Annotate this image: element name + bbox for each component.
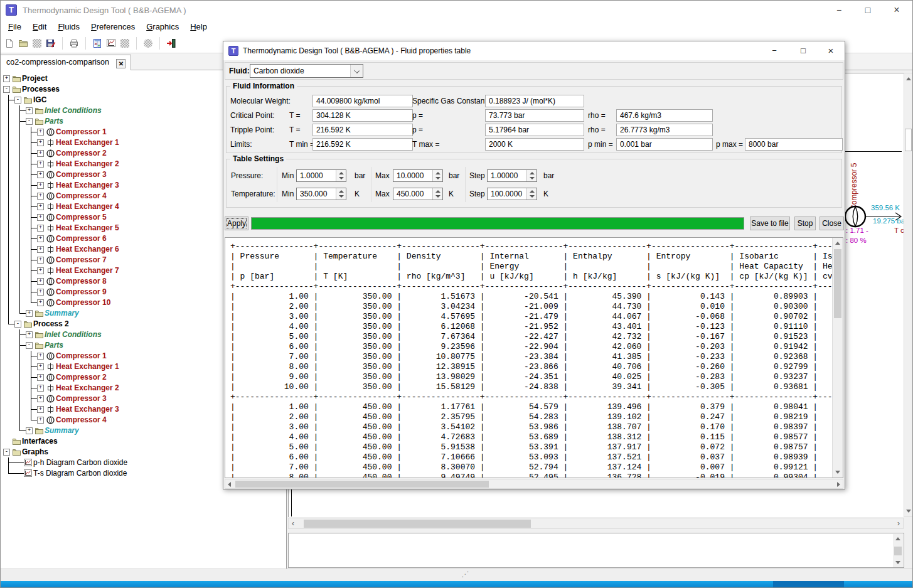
scroll-down-icon[interactable]	[895, 561, 900, 564]
field-molecular-weight-0[interactable]: 44.009800 kg/kmol	[312, 95, 413, 107]
field-critical-point-1[interactable]: 73.773 bar	[485, 109, 584, 122]
field-tripple-point-2[interactable]: 26.7773 kg/m3	[616, 124, 713, 136]
tree-toggle[interactable]: +	[37, 385, 44, 392]
spin-up-icon[interactable]	[435, 172, 440, 174]
tree-toggle[interactable]: +	[37, 214, 44, 221]
tree-toggle[interactable]: +	[37, 299, 44, 306]
tree-toggle[interactable]: +	[37, 150, 44, 157]
taskbar-active-app[interactable]	[773, 581, 844, 588]
tree-toggle[interactable]: +	[37, 406, 44, 413]
temperature-max-input[interactable]: 450.000	[393, 188, 443, 200]
tree-toggle[interactable]: +	[37, 417, 44, 424]
dialog-title-bar[interactable]: T Thermodynamic Design Tool ( B&B-AGEMA …	[223, 41, 845, 60]
spin-down-icon[interactable]	[339, 177, 344, 179]
save-as-icon[interactable]	[45, 38, 56, 49]
tree-toggle[interactable]: +	[37, 363, 44, 370]
tree-toggle[interactable]: +	[37, 289, 44, 296]
temperature-step-input[interactable]: 100.0000	[487, 188, 537, 200]
tree-toggle[interactable]: +	[37, 182, 44, 189]
table-horizontal-scrollbar[interactable]	[225, 479, 843, 489]
tree-toggle[interactable]: -	[14, 321, 21, 328]
spinner-buttons[interactable]	[526, 188, 537, 200]
menu-help[interactable]: Help	[184, 20, 213, 33]
menu-preferences[interactable]: Preferences	[85, 20, 141, 33]
resize-grip[interactable]: ⋰	[461, 570, 469, 579]
field-tripple-point-0[interactable]: 216.592 K	[312, 124, 413, 136]
pressure-step-input[interactable]: 1.00000	[487, 169, 537, 182]
tree-toggle[interactable]: -	[3, 449, 10, 456]
scrollbar-thumb[interactable]	[894, 547, 902, 555]
message-panel[interactable]	[288, 533, 904, 568]
spin-up-icon[interactable]	[339, 190, 344, 193]
field-limits-2[interactable]: 0.001 bar	[616, 138, 713, 151]
spin-down-icon[interactable]	[530, 195, 535, 198]
scroll-down-icon[interactable]	[906, 510, 911, 513]
menu-file[interactable]: File	[3, 20, 27, 33]
canvas-vertical-scrollbar[interactable]	[904, 73, 913, 517]
dialog-minimize-button[interactable]: −	[761, 41, 788, 60]
tree-toggle[interactable]: +	[37, 161, 44, 168]
tree-toggle[interactable]: +	[26, 310, 33, 317]
scroll-up-icon[interactable]	[906, 77, 911, 80]
tree-toggle[interactable]: +	[37, 225, 44, 232]
spin-down-icon[interactable]	[339, 195, 344, 198]
scroll-left-icon[interactable]: ‹	[292, 519, 294, 528]
tree-toggle[interactable]: +	[37, 257, 44, 264]
scrollbar-thumb[interactable]	[235, 481, 489, 488]
field-limits-0[interactable]: 216.592 K	[312, 138, 413, 151]
tree-toggle[interactable]: -	[3, 86, 10, 93]
spin-up-icon[interactable]	[530, 190, 535, 193]
open-file-icon[interactable]	[18, 38, 29, 49]
tree-toggle[interactable]: -	[26, 342, 33, 349]
apply-button[interactable]: Apply	[225, 216, 248, 230]
spinner-buttons[interactable]	[432, 170, 442, 181]
tree-toggle[interactable]: +	[26, 331, 33, 338]
scroll-right-icon[interactable]	[837, 482, 840, 487]
menu-graphics[interactable]: Graphics	[141, 20, 184, 33]
spin-up-icon[interactable]	[435, 190, 440, 193]
tree-toggle[interactable]: +	[37, 139, 44, 146]
tree-toggle[interactable]: +	[37, 353, 44, 360]
exit-icon[interactable]	[166, 38, 177, 49]
tree-toggle[interactable]: +	[37, 278, 44, 285]
dialog-close-button[interactable]: ×	[817, 41, 845, 60]
scrollbar-thumb[interactable]	[834, 249, 841, 318]
save-to-file-button[interactable]: Save to file	[750, 216, 790, 230]
tree-toggle[interactable]: +	[37, 267, 44, 274]
tree-toggle[interactable]: +	[37, 246, 44, 253]
maximize-button[interactable]: □	[853, 0, 882, 20]
tree-toggle[interactable]: +	[37, 395, 44, 402]
chevron-down-icon[interactable]	[350, 65, 363, 77]
close-dialog-button[interactable]: Close	[820, 216, 844, 230]
tree-toggle[interactable]: +	[37, 171, 44, 178]
menu-fluids[interactable]: Fluids	[52, 20, 85, 33]
tree-toggle[interactable]: +	[37, 129, 44, 136]
tree-toggle[interactable]: -	[14, 97, 21, 104]
scroll-down-icon[interactable]	[835, 471, 840, 474]
spinner-buttons[interactable]	[432, 188, 442, 200]
field-critical-point-2[interactable]: 467.6 kg/m3	[616, 109, 713, 122]
spinner-buttons[interactable]	[336, 170, 346, 181]
field-limits-1[interactable]: 2000 K	[485, 138, 584, 151]
scroll-right-icon[interactable]: ›	[897, 519, 900, 528]
close-button[interactable]: ×	[882, 0, 911, 20]
tab-close-icon[interactable]: ✕	[116, 59, 125, 68]
tree-toggle[interactable]: -	[26, 118, 33, 125]
scroll-up-icon[interactable]	[895, 537, 900, 540]
canvas-horizontal-scrollbar[interactable]: ‹ ›	[288, 518, 904, 529]
message-panel-scrollbar[interactable]	[893, 534, 903, 567]
pressure-min-input[interactable]: 1.0000	[296, 169, 346, 182]
spinner-buttons[interactable]	[526, 170, 537, 181]
spin-down-icon[interactable]	[530, 177, 535, 179]
spin-down-icon[interactable]	[435, 177, 440, 179]
fluid-table-icon[interactable]	[92, 38, 103, 49]
tree-toggle[interactable]: +	[3, 75, 10, 82]
tree-toggle[interactable]: +	[37, 203, 44, 210]
field-tripple-point-1[interactable]: 5.17964 bar	[485, 124, 584, 136]
stop-button[interactable]: Stop	[794, 216, 816, 230]
print-icon[interactable]	[68, 38, 80, 49]
spin-down-icon[interactable]	[435, 195, 440, 198]
scroll-left-icon[interactable]	[228, 482, 231, 487]
field-molecular-weight-1[interactable]: 0.188923 J/ (mol*K)	[485, 95, 584, 107]
minimize-button[interactable]: −	[825, 0, 853, 20]
